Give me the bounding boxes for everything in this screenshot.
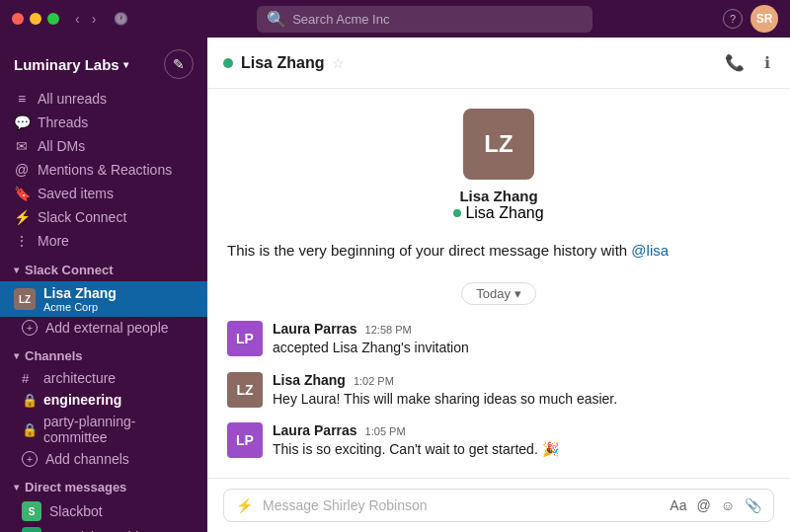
- mention-link[interactable]: @lisa: [631, 242, 669, 259]
- attach-button[interactable]: 📎: [745, 497, 761, 513]
- dm-item-slackbot[interactable]: S Slackbot: [0, 498, 207, 524]
- mentions-icon: @: [14, 162, 30, 178]
- saved-icon: 🔖: [14, 186, 30, 201]
- star-icon[interactable]: ☆: [332, 55, 345, 71]
- chat-content: Lisa Zhang ☆ 📞 ℹ LZ Lisa Zhang Lisa Zhan…: [207, 38, 790, 532]
- all-dms-icon: ✉: [14, 138, 30, 154]
- sidebar: Luminary Labs ▾ ✎ ≡ All unreads 💬 Thread…: [0, 38, 207, 532]
- dm-item-mauricio[interactable]: MR Mauricio Rodriguez: [0, 524, 207, 532]
- add-external-label: Add external people: [45, 320, 169, 336]
- sidebar-item-all-dms[interactable]: ✉ All DMs: [0, 134, 207, 158]
- nav-arrows: ‹ ›: [71, 9, 100, 29]
- help-button[interactable]: ?: [723, 9, 743, 29]
- add-external-people[interactable]: + Add external people: [0, 317, 207, 339]
- input-actions: Aa @ ☺ 📎: [670, 497, 761, 513]
- traffic-lights: [12, 13, 59, 25]
- minimize-button[interactable]: [30, 13, 41, 25]
- chat-title: Lisa Zhang: [241, 54, 324, 72]
- user-avatar-top[interactable]: SR: [750, 5, 778, 33]
- sidebar-item-mentions[interactable]: @ Mentions & Reactions: [0, 158, 207, 182]
- sender-name: Laura Parras: [273, 321, 357, 337]
- add-channels-item[interactable]: + Add channels: [0, 448, 207, 470]
- lock-icon: 🔒: [22, 393, 36, 408]
- slack-connect-icon: ⚡: [14, 209, 30, 225]
- channel-name: engineering: [43, 392, 121, 408]
- workspace-name[interactable]: Luminary Labs ▾: [14, 56, 128, 73]
- channel-item-party-planning[interactable]: 🔒 party-planning-committee: [0, 411, 207, 448]
- dms-section-header[interactable]: ▾ Direct messages: [0, 470, 207, 498]
- at-button[interactable]: @: [696, 497, 710, 513]
- add-channels-label: Add channels: [45, 451, 129, 467]
- maximize-button[interactable]: [47, 13, 59, 25]
- sidebar-item-label: All DMs: [38, 138, 194, 154]
- workspace-chevron-icon: ▾: [123, 59, 128, 70]
- message-header: Lisa Zhang 1:02 PM: [273, 372, 770, 388]
- slackbot-avatar: S: [22, 501, 41, 521]
- lightning-icon[interactable]: ⚡: [236, 497, 253, 513]
- sidebar-item-all-unreads[interactable]: ≡ All unreads: [0, 87, 207, 111]
- back-button[interactable]: ‹: [71, 9, 84, 29]
- chat-header-right: 📞 ℹ: [721, 49, 774, 76]
- avatar: LP: [227, 321, 263, 356]
- history-text: This is the very beginning of your direc…: [227, 242, 770, 259]
- chat-body: LZ Lisa Zhang Lisa Zhang This is the ver…: [207, 89, 790, 478]
- forward-button[interactable]: ›: [88, 9, 101, 29]
- close-button[interactable]: [12, 13, 24, 25]
- sidebar-item-slack-connect[interactable]: ⚡ Slack Connect: [0, 205, 207, 229]
- message-header: Laura Parras 12:58 PM: [273, 321, 770, 337]
- message-time: 12:58 PM: [365, 324, 412, 336]
- message-time: 1:02 PM: [354, 375, 394, 387]
- profile-status-text: Lisa Zhang: [465, 204, 543, 222]
- section-header-label: Slack Connect: [25, 263, 114, 277]
- slack-connect-section-header[interactable]: ▾ Slack Connect: [0, 253, 207, 281]
- sidebar-item-label: Slack Connect: [38, 209, 194, 225]
- sidebar-item-saved[interactable]: 🔖 Saved items: [0, 182, 207, 205]
- message-header: Laura Parras 1:05 PM: [273, 422, 770, 438]
- more-icon: ⋮: [14, 233, 30, 249]
- message-text: Hey Laura! This will make sharing ideas …: [273, 390, 770, 410]
- info-button[interactable]: ℹ: [760, 49, 774, 76]
- sender-name: Lisa Zhang: [273, 372, 346, 388]
- lock-icon: 🔒: [22, 422, 36, 437]
- emoji-button[interactable]: ☺: [721, 497, 735, 513]
- sidebar-item-label: Saved items: [38, 186, 194, 201]
- search-bar: 🔍: [257, 6, 592, 33]
- all-unreads-icon: ≡: [14, 91, 30, 107]
- table-row: LP Laura Parras 12:58 PM accepted Lisa Z…: [227, 321, 770, 358]
- channel-item-architecture[interactable]: # architecture: [0, 367, 207, 389]
- sidebar-item-label: More: [38, 233, 194, 249]
- message-time: 1:05 PM: [365, 425, 406, 437]
- compose-button[interactable]: ✎: [164, 49, 194, 79]
- sidebar-item-threads[interactable]: 💬 Threads: [0, 111, 207, 134]
- search-icon: 🔍: [267, 10, 286, 29]
- message-input-box: ⚡ Aa @ ☺ 📎: [223, 489, 774, 522]
- avatar: LP: [227, 422, 263, 458]
- phone-button[interactable]: 📞: [721, 49, 749, 76]
- hash-icon: #: [22, 371, 36, 386]
- message-content: Laura Parras 1:05 PM This is so exciting…: [273, 422, 770, 460]
- channel-item-engineering[interactable]: 🔒 engineering: [0, 389, 207, 411]
- sidebar-item-more[interactable]: ⋮ More: [0, 229, 207, 253]
- channels-section-header[interactable]: ▾ Channels: [0, 339, 207, 367]
- today-divider: Today ▾: [227, 282, 770, 305]
- search-input[interactable]: [292, 12, 583, 27]
- online-dot: [453, 209, 461, 217]
- channels-section-label: Channels: [25, 348, 83, 363]
- message-input-area: ⚡ Aa @ ☺ 📎: [207, 478, 790, 532]
- format-button[interactable]: Aa: [670, 497, 686, 513]
- lisa-zhang-avatar: LZ: [14, 288, 36, 310]
- dms-chevron-icon: ▾: [14, 482, 19, 493]
- message-input[interactable]: [263, 497, 660, 513]
- channel-name: architecture: [43, 370, 116, 386]
- table-row: LZ Lisa Zhang 1:02 PM Hey Laura! This wi…: [227, 372, 770, 410]
- sc-company-name: Acme Corp: [43, 301, 117, 313]
- avatar: LZ: [227, 372, 263, 408]
- today-badge[interactable]: Today ▾: [461, 282, 535, 305]
- dm-name: Slackbot: [49, 503, 103, 519]
- profile-status: Lisa Zhang: [453, 204, 543, 222]
- sc-user-name: Lisa Zhang: [43, 285, 117, 301]
- profile-card: LZ Lisa Zhang Lisa Zhang: [227, 109, 770, 222]
- slack-connect-user-item[interactable]: LZ Lisa Zhang Acme Corp: [0, 281, 207, 317]
- section-chevron-icon: ▾: [14, 265, 19, 275]
- history-button[interactable]: 🕐: [108, 10, 134, 28]
